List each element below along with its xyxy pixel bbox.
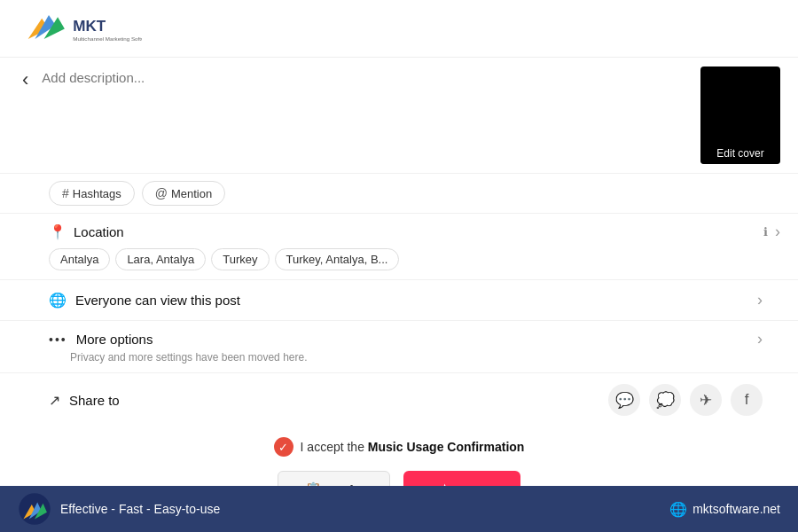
main-content: ‹ Edit cover # Hashtags @ Mention 📍 Loca… xyxy=(0,58,798,517)
footer-globe-icon: 🌐 xyxy=(669,501,687,518)
description-area xyxy=(42,66,692,86)
sms-icon: 💭 xyxy=(656,391,675,410)
edit-cover-button[interactable]: Edit cover xyxy=(700,143,780,164)
more-options-header: ••• More options › xyxy=(49,330,780,348)
footer-tagline: Effective - Fast - Easy-to-use xyxy=(60,502,220,516)
share-section: ↗ Share to 💬 💭 ✈ f xyxy=(0,372,798,426)
visibility-section[interactable]: 🌐 Everyone can view this post › xyxy=(0,279,798,320)
terms-text: I accept the Music Usage Confirmation xyxy=(301,440,525,454)
mention-label: Mention xyxy=(171,187,212,200)
chip-turkey[interactable]: Turkey xyxy=(211,248,269,270)
share-label: Share to xyxy=(69,393,608,408)
more-options-section[interactable]: ••• More options › Privacy and more sett… xyxy=(0,320,798,372)
svg-text:MKT: MKT xyxy=(73,17,106,34)
tags-row: # Hashtags @ Mention xyxy=(0,173,798,213)
footer: Effective - Fast - Easy-to-use 🌐 mktsoft… xyxy=(0,486,798,532)
whatsapp-icon: 💬 xyxy=(615,391,634,410)
chip-antalya[interactable]: Antalya xyxy=(49,248,110,270)
hashtag-label: Hashtags xyxy=(73,187,121,200)
location-pin-icon: 📍 xyxy=(49,223,66,240)
back-button[interactable]: ‹ xyxy=(18,68,33,91)
more-options-subtitle: Privacy and more settings have been move… xyxy=(49,351,780,364)
share-facebook-button[interactable]: f xyxy=(731,384,763,416)
hashtag-icon: # xyxy=(62,186,69,200)
header: MKT Multichannel Marketing Software xyxy=(0,0,798,58)
terms-link: Music Usage Confirmation xyxy=(368,440,525,454)
chip-turkey-antalya[interactable]: Turkey, Antalya, B... xyxy=(275,248,400,270)
mention-button[interactable]: @ Mention xyxy=(142,181,225,206)
more-options-label: More options xyxy=(76,332,757,347)
globe-icon: 🌐 xyxy=(49,292,66,309)
top-section: ‹ Edit cover xyxy=(0,58,798,173)
location-chevron-icon: › xyxy=(775,223,780,241)
share-arrow-icon: ↗ xyxy=(49,392,60,409)
more-dots-icon: ••• xyxy=(49,332,67,347)
cover-container: Edit cover xyxy=(700,66,780,164)
share-whatsapp-button[interactable]: 💬 xyxy=(608,384,640,416)
messenger-icon: ✈ xyxy=(700,391,712,410)
check-circle: ✓ xyxy=(274,437,293,457)
footer-website: mktsoftware.net xyxy=(692,502,780,516)
footer-left: Effective - Fast - Easy-to-use xyxy=(18,492,220,526)
facebook-icon: f xyxy=(745,391,749,409)
logo: MKT Multichannel Marketing Software xyxy=(18,3,142,55)
visibility-label: Everyone can view this post xyxy=(75,293,757,308)
location-label: Location xyxy=(74,224,763,239)
share-icons-row: 💬 💭 ✈ f xyxy=(608,384,763,416)
footer-logo-icon xyxy=(18,492,51,526)
visibility-chevron-icon: › xyxy=(757,291,763,309)
hashtag-button[interactable]: # Hashtags xyxy=(49,181,135,206)
location-chips: Antalya Lara, Antalya Turkey Turkey, Ant… xyxy=(49,248,780,270)
terms-row: ✓ I accept the Music Usage Confirmation xyxy=(0,426,798,467)
svg-text:Multichannel Marketing Softwar: Multichannel Marketing Software xyxy=(73,35,142,41)
footer-right: 🌐 mktsoftware.net xyxy=(669,501,780,518)
share-sms-button[interactable]: 💭 xyxy=(649,384,681,416)
at-icon: @ xyxy=(155,186,168,200)
chip-lara-antalya[interactable]: Lara, Antalya xyxy=(115,248,206,270)
share-messenger-button[interactable]: ✈ xyxy=(690,384,722,416)
more-options-chevron-icon: › xyxy=(757,330,763,348)
location-info-icon: ℹ xyxy=(763,225,768,239)
location-section: 📍 Location ℹ › Antalya Lara, Antalya Tur… xyxy=(0,213,798,279)
location-header[interactable]: 📍 Location ℹ › xyxy=(49,223,780,241)
description-input[interactable] xyxy=(42,70,692,85)
